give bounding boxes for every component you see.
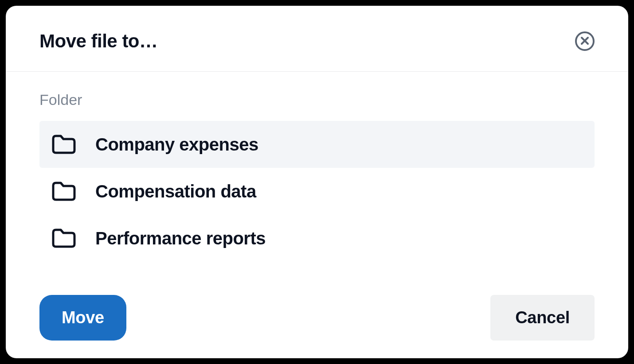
folder-item-performance-reports[interactable]: Performance reports — [39, 215, 595, 262]
folder-name: Compensation data — [95, 182, 256, 201]
folder-item-company-expenses[interactable]: Company expenses — [39, 121, 595, 168]
cancel-button[interactable]: Cancel — [490, 295, 595, 341]
close-icon — [580, 36, 589, 46]
modal-footer: Move Cancel — [6, 295, 628, 358]
folder-section-label: Folder — [39, 91, 595, 108]
modal-header: Move file to… — [6, 6, 628, 72]
folder-icon — [52, 179, 76, 203]
move-button[interactable]: Move — [39, 295, 126, 341]
folder-list: Company expenses Compensation data Perfo… — [39, 121, 595, 262]
folder-name: Performance reports — [95, 228, 266, 248]
modal-body: Folder Company expenses Compensation dat… — [6, 72, 628, 295]
folder-item-compensation-data[interactable]: Compensation data — [39, 168, 595, 215]
move-file-modal: Move file to… Folder Company expenses — [6, 6, 628, 358]
close-button[interactable] — [575, 31, 595, 51]
folder-name: Company expenses — [95, 135, 258, 155]
modal-title: Move file to… — [39, 31, 158, 52]
folder-icon — [52, 132, 76, 156]
folder-icon — [52, 226, 76, 250]
